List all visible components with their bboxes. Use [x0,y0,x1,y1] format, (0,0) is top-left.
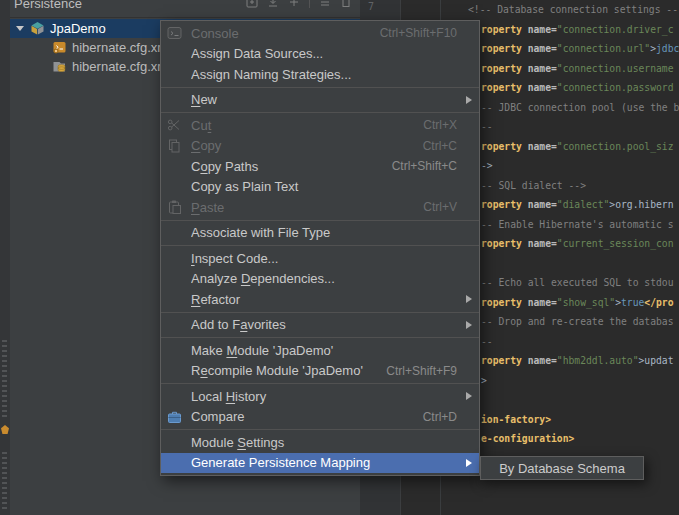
tool-window-stripe-label-2 [2,452,7,512]
menu-item-generate-persistence-mapping[interactable]: Generate Persistence Mapping [161,453,479,474]
menu-item-label: Add to Favorites [191,317,457,332]
copy-icon [167,138,182,153]
code-line: > [481,374,487,387]
menu-item-label: Local History [191,389,457,404]
menu-separator [161,383,479,384]
menu-item-refactor[interactable]: Refactor [161,289,479,310]
tree-item-label: hibernate.cfg.xml [72,40,171,55]
submenu-item-label: By Database Schema [499,461,625,476]
submenu-arrow-icon [466,321,472,329]
code-line: roperty name="hbm2ddl.auto">updat [481,354,673,367]
menu-item-copy-as-plain-text[interactable]: Copy as Plain Text [161,177,479,198]
menu-separator [161,245,479,246]
menu-item-assign-data-sources[interactable]: Assign Data Sources... [161,44,479,65]
menu-separator [161,337,479,338]
menu-item-assign-naming-strategies[interactable]: Assign Naming Strategies... [161,64,479,85]
module-cube-icon [30,21,45,36]
code-line: -> [481,159,493,172]
menu-separator [161,220,479,221]
delete-icon[interactable] [340,0,352,8]
add-icon[interactable] [288,0,300,8]
flatten-icon[interactable] [319,0,331,8]
menu-item-compare[interactable]: CompareCtrl+D [161,407,479,428]
menu-item-label: Assign Data Sources... [191,46,457,61]
menu-item-shortcut: Ctrl+V [423,200,457,214]
menu-item-label: Make Module 'JpaDemo' [191,343,457,358]
export-icon[interactable] [246,0,258,8]
menu-item-label: Copy Paths [191,159,378,174]
code-line: roperty name="current_session_con [481,237,673,250]
menu-item-shortcut: Ctrl+Shift+F10 [380,26,457,40]
menu-item-label: Cut [191,118,409,133]
line-number: 7 [368,1,374,12]
menu-item-local-history[interactable]: Local History [161,386,479,407]
console-icon [167,26,182,41]
menu-item-label: Paste [191,200,409,215]
import-icon[interactable] [267,0,279,8]
menu-item-shortcut: Ctrl+Shift+F9 [386,364,457,378]
tool-window-stripe-label [2,340,7,418]
submenu-arrow-icon [466,459,472,467]
menu-item-shortcut: Ctrl+C [423,139,457,153]
code-line: -- JDBC connection pool (use the b [481,101,679,114]
menu-item-shortcut: Ctrl+Shift+C [392,159,457,173]
menu-item-module-settings[interactable]: Module Settings [161,432,479,453]
menu-separator [161,312,479,313]
menu-item-label: Generate Persistence Mapping [191,455,457,470]
code-line: roperty name="connection.driver_c [481,23,673,36]
panel-header: Persistence [10,0,360,18]
menu-separator [161,87,479,88]
panel-title: Persistence [14,0,82,11]
menu-item-analyze-dependencies[interactable]: Analyze Dependencies... [161,269,479,290]
code-line: -- SQL dialect --> [481,179,586,192]
menu-item-label: Copy as Plain Text [191,179,457,194]
menu-item-label: Recompile Module 'JpaDemo' [191,363,372,378]
menu-item-add-to-favorites[interactable]: Add to Favorites [161,315,479,336]
menu-item-recompile-module-jpademo[interactable]: Recompile Module 'JpaDemo'Ctrl+Shift+F9 [161,361,479,382]
code-line: roperty name="show_sql">true</pro [481,296,674,309]
code-line: roperty name="connection.password [481,81,673,94]
menu-item-copy-paths[interactable]: Copy PathsCtrl+Shift+C [161,156,479,177]
paste-icon [167,200,182,215]
menu-item-copy[interactable]: CopyCtrl+C [161,136,479,157]
menu-item-make-module-jpademo[interactable]: Make Module 'JpaDemo' [161,340,479,361]
menu-separator [161,429,479,430]
menu-item-label: Module Settings [191,435,457,450]
submenu-arrow-icon [466,295,472,303]
menu-item-shortcut: Ctrl+X [423,118,457,132]
menu-item-new[interactable]: New [161,90,479,111]
hibernate-db-config-icon [52,59,67,74]
menu-item-cut[interactable]: CutCtrl+X [161,115,479,136]
expand-arrow-icon[interactable] [16,26,24,31]
menu-item-paste[interactable]: PasteCtrl+V [161,197,479,218]
menu-item-label: Inspect Code... [191,251,457,266]
menu-item-label: Console [191,26,366,41]
code-line: -- [481,120,493,133]
menu-item-label: Compare [191,409,409,424]
code-line: e-configuration> [481,432,574,445]
menu-item-inspect-code[interactable]: Inspect Code... [161,248,479,269]
code-line: <!-- Database connection settings -- [468,3,678,16]
context-submenu-item[interactable]: By Database Schema [480,456,644,480]
submenu-arrow-icon [466,392,472,400]
panel-toolbar [246,0,352,8]
code-line: roperty name="connection.username [481,62,673,75]
compare-icon [167,409,182,424]
menu-item-console[interactable]: ConsoleCtrl+Shift+F10 [161,23,479,44]
toolbar-divider [309,0,310,8]
favorites-tool-icon [1,425,9,434]
code-line: -- Echo all executed SQL to stdou [481,276,673,289]
menu-item-associate-with-file-type[interactable]: Associate with File Type [161,223,479,244]
tree-item-label: hibernate.cfg.xml [72,59,171,74]
menu-item-label: Analyze Dependencies... [191,271,457,286]
scissors-icon [167,118,182,133]
tree-item-label: JpaDemo [50,21,106,36]
menu-item-label: Associate with File Type [191,225,457,240]
code-line: -- [481,335,493,348]
menu-item-shortcut: Ctrl+D [423,410,457,424]
menu-separator [161,112,479,113]
code-line: roperty name="connection.pool_siz [481,140,673,153]
menu-item-label: Refactor [191,292,457,307]
submenu-arrow-icon [466,96,472,104]
menu-item-label: Assign Naming Strategies... [191,67,457,82]
